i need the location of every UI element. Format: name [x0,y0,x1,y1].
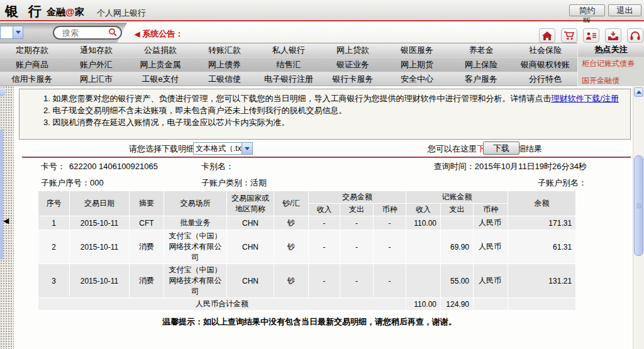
query-time-value: 2015年10月11日19时26分34秒 [475,162,587,171]
software-download-link[interactable]: 理财软件下载/注册 [551,94,619,103]
cell-book-out: 55.00 [441,264,474,298]
support-headset-icon[interactable] [627,28,643,43]
card-number-field: 卡号：622200 1406100921065 [41,161,158,172]
card-number-value: 622200 1406100921065 [69,162,158,171]
col-header-book-in: 收入 [406,204,441,216]
nav-item-r3c5[interactable]: 电子银行注册 [257,72,321,86]
cell-cash: 钞 [274,264,309,298]
cell-book-out: 69.90 [441,230,474,264]
footer-total-out: 124.90 [441,298,474,311]
footer-total-in: 110.00 [406,298,441,311]
system-announcement: ◀系统公告： [135,28,183,40]
download-row: 请您选择下载明细的格式 文本格式（.txt） 您可以在这里下载查询明细结果 下载 [14,141,633,157]
cell-trade-out: - [340,230,374,264]
nav-item-r1c4[interactable]: 转账汇款 [192,43,257,57]
cell-trade-in: - [309,230,340,264]
nav-item-r2c9[interactable]: 银商银权转账 [513,58,577,72]
col-header-book-out: 支出 [441,204,474,216]
left-scroll-nub[interactable] [0,87,5,96]
nav-item-r2c1[interactable]: 账户商品 [0,58,64,72]
cell-trade-cur: - [374,230,406,264]
scroll-up-icon[interactable] [634,87,643,97]
cell-trade-out: - [340,264,374,298]
toolbar: ◀系统公告： [0,23,644,43]
cell-trade-cur: - [374,216,406,230]
reminder-text: 温馨提示：如以上查询结果中没有包含当日最新交易明细，请您稍后再查，谢谢。 [14,316,605,328]
nav-item-r1c9[interactable]: 社会保险 [513,43,577,57]
cell-date: 2015-10-11 [70,264,130,298]
subaccount-seq-field: 子账户序号：000 [41,177,104,189]
format-select[interactable]: 文本格式（.txt） [193,142,253,155]
nav-item-r2c6[interactable]: 银证业务 [321,58,385,72]
cell-trade-out: - [340,216,374,230]
collapse-panel-icon[interactable]: ◀ [3,217,9,224]
cell-seq: 3 [38,264,70,298]
nav-item-r3c7[interactable]: 安全中心 [385,72,449,86]
nav-item-r3c6[interactable]: 银行卡服务 [321,72,385,86]
subaccount-seq-value: 000 [90,178,104,187]
chevron-down-icon[interactable] [13,26,23,38]
col-header-seq: 序号 [38,191,70,216]
nav-item-r1c1[interactable]: 定期存款 [0,43,64,57]
cart-icon[interactable] [561,28,577,43]
col-group-book-amount: 记账金额 [406,191,508,204]
cell-book-cur: 人民币 [474,264,508,298]
download-button[interactable]: 下载 [483,141,519,155]
nav-item-r3c3[interactable]: 工银e支付 [128,72,192,86]
hotspot-link-cdb-bonds[interactable]: 国开金融债 [578,69,644,86]
nav-item-r2c3[interactable]: 网上贵金属 [128,58,192,72]
nav-row-3: 信用卡服务 网上汇市 工银e支付 工银信使 电子银行注册 银行卡服务 安全中心 … [0,72,577,86]
col-header-trade-in: 收入 [309,204,340,216]
table-row-3: 3 2015-10-11 消费 支付宝（中国）网络技术有限公司 CHN 钞 - … [38,264,576,298]
search-input[interactable] [62,28,106,38]
footer-empty-cur [474,298,508,311]
nav-item-r3c8[interactable]: 客户服务 [449,72,513,86]
speaker-icon: ◀ [135,30,140,38]
chevron-down-icon[interactable] [242,143,252,154]
inbox-download-icon[interactable] [605,28,621,43]
home-icon[interactable] [539,28,555,43]
notice-box: 1. 如果您需要对您的银行资产、负债进行管理，您可以下载您的当日明细，导入工商银… [19,89,631,140]
nav-item-r2c4[interactable]: 网上债券 [192,58,257,72]
hotspot-link-otc-bonds[interactable]: 柜台记账式债券 [578,57,644,69]
nav-item-r2c2[interactable]: 账户外汇 [64,58,128,72]
subaccount-type-value: 活期 [250,178,267,187]
brand-logo-text: 金融@家 [47,6,84,18]
contacts-icon[interactable] [583,28,599,43]
cell-place: 批量业务 [164,216,227,230]
cell-book-in [406,230,441,264]
nav-item-r3c9[interactable]: 分行特色 [513,72,577,86]
nav-item-r2c5[interactable]: 结售汇 [257,58,321,72]
footer-total-label: 人民币合计金额 [38,298,406,311]
menu-dropdown[interactable] [0,26,23,39]
cell-trade-in: - [309,216,340,230]
nav-item-r1c3[interactable]: 公益捐款 [128,43,192,57]
logout-button[interactable]: 退出 [608,4,641,16]
nav-item-r1c8[interactable]: 养老金 [449,43,513,57]
nav-item-r2c7[interactable]: 网上期货 [385,58,449,72]
nav-item-r2c8[interactable]: 网上保险 [449,58,513,72]
simple-version-button[interactable]: 简约版 [569,4,605,16]
cell-place: 支付宝（中国）网络技术有限公司 [164,230,227,264]
nav-item-r1c6[interactable]: 网上贷款 [321,43,385,57]
nav-item-r1c7[interactable]: 银医服务 [385,43,449,57]
vertical-scrollbar[interactable] [633,86,644,349]
hotspot-panel: 热点关注 柜台记账式债券 国开金融债 [577,43,644,92]
page-title: 个人网上银行 [97,8,146,19]
nav-item-r1c2[interactable]: 通知存款 [64,43,128,57]
col-header-trade-out: 支出 [340,204,374,216]
search-icon[interactable] [108,28,117,38]
footer-empty-balance [508,298,576,311]
nav-item-r1c5[interactable]: 私人银行 [257,43,321,57]
scrollbar-thumb[interactable] [634,155,643,256]
cell-date: 2015-10-11 [70,230,130,264]
search-box[interactable] [53,26,122,40]
nav-item-r3c1[interactable]: 信用卡服务 [0,72,64,86]
nav-item-r3c2[interactable]: 网上汇市 [64,72,128,86]
col-header-book-cur: 币种 [474,204,508,216]
format-select-value: 文本格式（.txt） [194,143,242,154]
brand-at-symbol: @ [65,6,75,17]
nav-item-r3c4[interactable]: 工银信使 [192,72,257,86]
red-divider [22,157,631,158]
left-scrollbar-thumb[interactable] [0,129,3,260]
